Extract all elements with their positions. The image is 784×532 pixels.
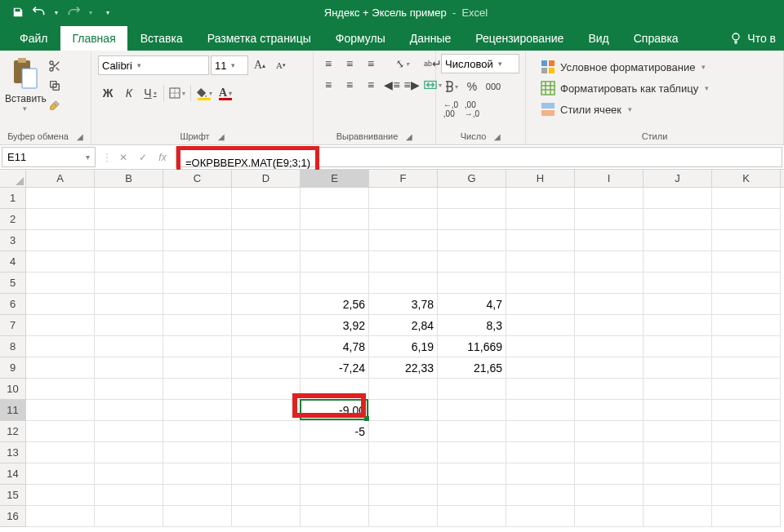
decrease-decimal-button[interactable]: ,00→,0 <box>462 100 482 119</box>
cell[interactable] <box>301 273 369 294</box>
redo-dropdown[interactable]: ▾ <box>87 4 95 20</box>
cell[interactable] <box>369 230 438 251</box>
align-bottom-button[interactable]: ≡ <box>361 54 381 73</box>
formula-input[interactable]: =ОКРВВЕРХ.МАТ(E9;3;1) <box>176 147 782 167</box>
cell[interactable] <box>163 379 232 400</box>
cell[interactable] <box>506 357 575 379</box>
cell[interactable] <box>506 273 575 294</box>
cell[interactable] <box>232 485 301 506</box>
cell[interactable] <box>369 485 438 506</box>
cell[interactable] <box>232 273 301 294</box>
cell[interactable] <box>506 188 575 209</box>
decrease-font-button[interactable]: A▾ <box>271 55 291 75</box>
cell[interactable] <box>369 400 438 421</box>
cell[interactable] <box>163 336 232 357</box>
cell[interactable] <box>369 379 438 400</box>
cell[interactable] <box>95 463 163 485</box>
cell[interactable] <box>575 442 644 463</box>
cell[interactable] <box>438 251 506 273</box>
redo-button[interactable] <box>65 4 82 20</box>
column-header-H[interactable]: H <box>506 170 575 187</box>
align-top-button[interactable]: ≡ <box>318 54 338 73</box>
cell[interactable] <box>301 209 369 230</box>
cell[interactable] <box>644 273 712 294</box>
cell[interactable] <box>26 421 95 442</box>
increase-indent-button[interactable]: ≡▶ <box>402 75 421 95</box>
cell[interactable] <box>369 463 438 485</box>
cell-F8[interactable]: 6,19 <box>369 336 438 357</box>
cell[interactable] <box>163 442 232 463</box>
cell[interactable] <box>712 188 781 209</box>
cell[interactable] <box>26 294 95 315</box>
borders-button[interactable] <box>167 83 187 103</box>
row-header-5[interactable]: 5 <box>0 273 25 294</box>
cancel-formula-button[interactable]: ✕ <box>115 152 131 163</box>
cell[interactable] <box>506 463 575 485</box>
cell[interactable] <box>232 442 301 463</box>
cell[interactable] <box>712 315 781 336</box>
cell-G9[interactable]: 21,65 <box>438 357 506 379</box>
cell[interactable] <box>163 273 232 294</box>
row-header-15[interactable]: 15 <box>0 485 25 506</box>
cell[interactable] <box>712 357 781 379</box>
cell[interactable] <box>369 442 438 463</box>
cell[interactable] <box>644 209 712 230</box>
cell[interactable] <box>95 209 163 230</box>
select-all-button[interactable] <box>0 170 26 188</box>
cell[interactable] <box>644 315 712 336</box>
cell[interactable] <box>95 442 163 463</box>
row-header-6[interactable]: 6 <box>0 294 25 315</box>
cell[interactable] <box>644 294 712 315</box>
cell[interactable] <box>369 421 438 442</box>
cell-E8[interactable]: 4,78 <box>301 336 369 357</box>
cell[interactable] <box>575 230 644 251</box>
font-size-combo[interactable]: 11▾ <box>211 55 248 75</box>
number-dialog-launcher[interactable]: ◢ <box>494 132 501 141</box>
cell[interactable] <box>95 230 163 251</box>
worksheet-grid[interactable]: ABCDEFGHIJK 12345678910111213141516 2,56… <box>0 170 784 532</box>
cell[interactable] <box>506 400 575 421</box>
cell[interactable] <box>369 251 438 273</box>
cell[interactable] <box>232 421 301 442</box>
cell[interactable] <box>575 463 644 485</box>
cell[interactable] <box>163 251 232 273</box>
cell[interactable] <box>644 400 712 421</box>
cell[interactable] <box>26 357 95 379</box>
cell[interactable] <box>644 230 712 251</box>
cut-button[interactable] <box>46 57 64 75</box>
cell[interactable] <box>644 463 712 485</box>
cell[interactable] <box>369 506 438 527</box>
cell[interactable] <box>301 379 369 400</box>
cell[interactable] <box>163 400 232 421</box>
cell[interactable] <box>163 294 232 315</box>
cell[interactable] <box>26 485 95 506</box>
cell-area[interactable]: 2,563,784,73,922,848,34,786,1911,669-7,2… <box>26 188 784 532</box>
clipboard-dialog-launcher[interactable]: ◢ <box>77 132 83 141</box>
cell[interactable] <box>26 273 95 294</box>
column-header-A[interactable]: A <box>26 170 95 187</box>
cell[interactable] <box>301 506 369 527</box>
cell[interactable] <box>575 336 644 357</box>
cell[interactable] <box>438 421 506 442</box>
undo-dropdown[interactable]: ▾ <box>52 4 60 20</box>
font-name-combo[interactable]: Calibri▾ <box>98 55 209 75</box>
cell[interactable] <box>575 357 644 379</box>
cell[interactable] <box>163 315 232 336</box>
cell-styles-button[interactable]: Стили ячеек▾ <box>537 100 712 119</box>
percent-button[interactable]: % <box>462 77 482 96</box>
cell-E11[interactable]: -9,00 <box>301 400 369 421</box>
cell[interactable] <box>232 294 301 315</box>
row-header-11[interactable]: 11 <box>0 400 25 421</box>
cell[interactable] <box>26 209 95 230</box>
cell[interactable] <box>575 379 644 400</box>
column-header-B[interactable]: B <box>95 170 163 187</box>
cell[interactable] <box>644 357 712 379</box>
align-left-button[interactable]: ≡ <box>318 75 338 95</box>
font-dialog-launcher[interactable]: ◢ <box>218 132 225 141</box>
cell-F7[interactable]: 2,84 <box>369 315 438 336</box>
cell[interactable] <box>438 463 506 485</box>
cell[interactable] <box>438 379 506 400</box>
row-header-14[interactable]: 14 <box>0 463 25 485</box>
align-middle-button[interactable]: ≡ <box>340 54 359 73</box>
cell[interactable] <box>575 209 644 230</box>
